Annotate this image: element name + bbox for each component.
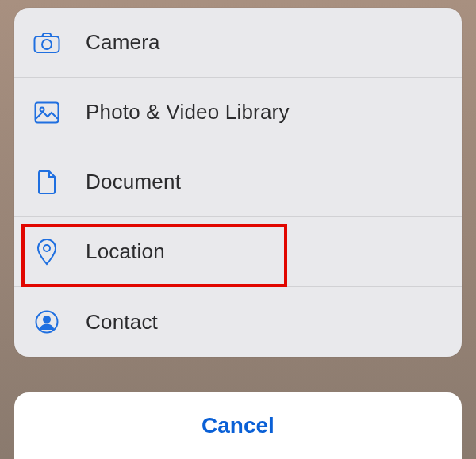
menu-item-label: Camera	[86, 30, 160, 55]
contact-icon	[32, 310, 62, 334]
menu-item-label: Location	[86, 239, 165, 264]
menu-item-camera[interactable]: Camera	[14, 8, 462, 78]
svg-point-3	[40, 107, 44, 111]
svg-rect-2	[36, 102, 59, 122]
photo-icon	[32, 101, 62, 124]
menu-item-location[interactable]: Location	[14, 217, 462, 287]
menu-item-photo-video-library[interactable]: Photo & Video Library	[14, 78, 462, 147]
menu-item-document[interactable]: Document	[14, 147, 462, 217]
menu-item-contact[interactable]: Contact	[14, 287, 462, 357]
camera-icon	[32, 32, 62, 54]
location-pin-icon	[32, 239, 62, 266]
svg-point-4	[44, 245, 50, 251]
svg-point-1	[42, 40, 52, 49]
menu-item-label: Document	[86, 170, 181, 194]
cancel-label: Cancel	[202, 413, 274, 438]
menu-item-label: Contact	[86, 310, 158, 335]
action-sheet: Camera Photo & Video Library Document	[14, 8, 462, 357]
menu-item-label: Photo & Video Library	[86, 100, 290, 124]
svg-point-6	[43, 316, 51, 323]
cancel-button[interactable]: Cancel	[14, 392, 462, 459]
document-icon	[32, 170, 62, 195]
